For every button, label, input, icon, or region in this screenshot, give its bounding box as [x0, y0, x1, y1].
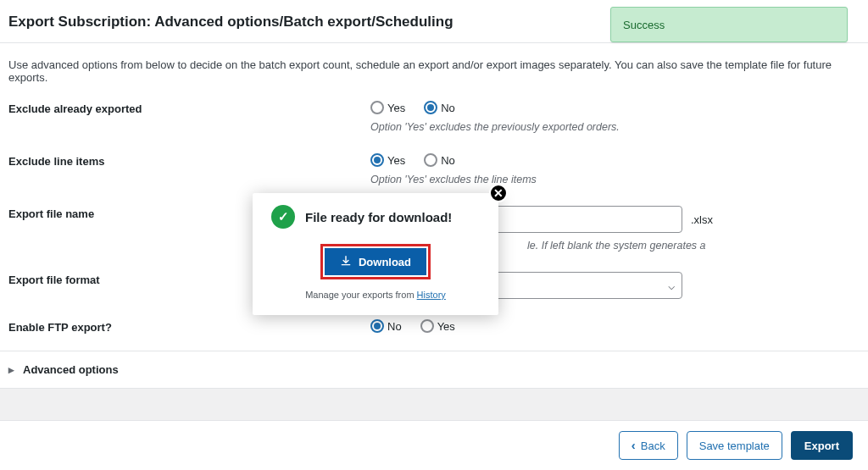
radio-icon [370, 101, 384, 114]
field-exclude-line-items: Exclude line items Yes No Option 'Yes' e… [8, 141, 860, 194]
save-label: Save template [699, 440, 770, 452]
radio-exclude-line-no[interactable]: No [424, 153, 455, 167]
radio-exclude-exported-yes[interactable]: Yes [370, 101, 405, 114]
radio-ftp-no[interactable]: No [370, 319, 402, 333]
close-button[interactable]: ✕ [489, 184, 508, 202]
radio-label: Yes [437, 320, 455, 333]
save-template-button[interactable]: Save template [687, 431, 782, 460]
chevron-left-icon: ‹ [632, 438, 636, 452]
radio-label: Yes [387, 102, 405, 114]
check-circle-icon: ✓ [271, 205, 295, 229]
intro-text: Use advanced options from below to decid… [0, 43, 868, 84]
success-toast: Success [610, 7, 848, 42]
label-exclude-line-items: Exclude line items [8, 153, 370, 168]
radio-exclude-line-yes[interactable]: Yes [370, 153, 405, 167]
back-button[interactable]: ‹ Back [619, 431, 678, 460]
download-icon [340, 255, 352, 269]
radio-label: No [387, 320, 402, 333]
help-exclude-exported: Option 'Yes' excludes the previously exp… [370, 121, 860, 133]
label-exclude-exported: Exclude already exported [8, 101, 370, 115]
radio-icon [370, 153, 384, 167]
radio-icon [420, 319, 434, 333]
modal-title: File ready for download! [305, 210, 452, 224]
label-ftp: Enable FTP export? [8, 319, 370, 334]
chevron-down-icon: ⌵ [668, 279, 675, 292]
radio-icon [424, 101, 437, 114]
radio-label: No [441, 154, 455, 167]
history-link[interactable]: History [417, 290, 446, 300]
download-label: Download [359, 256, 411, 268]
back-label: Back [641, 440, 665, 452]
radio-label: No [441, 102, 455, 114]
caret-right-icon: ▸ [8, 363, 14, 376]
field-exclude-exported: Exclude already exported Yes No Option '… [8, 89, 860, 141]
footer-bar: ‹ Back Save template Export [0, 420, 868, 470]
download-button[interactable]: Download [325, 248, 426, 275]
download-highlight: Download [320, 244, 431, 279]
filename-ext: .xlsx [691, 213, 713, 226]
close-icon: ✕ [493, 186, 504, 200]
radio-label: Yes [387, 154, 405, 167]
toast-text: Success [623, 19, 665, 31]
radio-ftp-yes[interactable]: Yes [420, 319, 455, 333]
page-title: Export Subscription: Advanced options/Ba… [8, 14, 453, 30]
radio-icon [424, 153, 437, 167]
advanced-options-toggle[interactable]: ▸ Advanced options [0, 351, 868, 389]
manage-prefix: Manage your exports from [305, 290, 416, 300]
download-modal: ✕ ✓ File ready for download! Download Ma… [253, 193, 498, 315]
advanced-options-label: Advanced options [23, 363, 119, 376]
modal-footer-text: Manage your exports from History [271, 290, 480, 300]
export-label: Export [804, 440, 839, 452]
radio-icon [370, 319, 384, 333]
radio-exclude-exported-no[interactable]: No [424, 101, 455, 114]
export-button[interactable]: Export [791, 431, 853, 460]
help-exclude-line-items: Option 'Yes' excludes the line items [370, 174, 860, 185]
